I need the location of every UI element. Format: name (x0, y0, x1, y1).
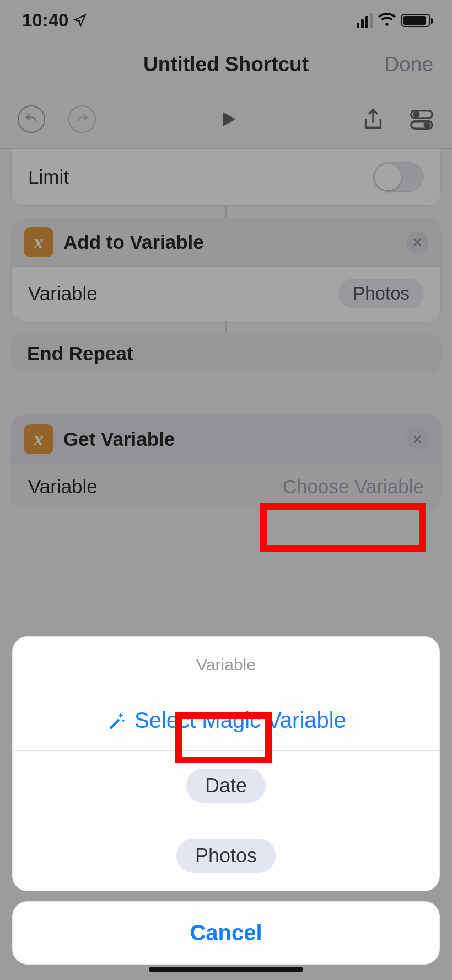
variable-picker-sheet: Variable Select Magic Variable Date Phot… (12, 636, 440, 965)
option-pill: Photos (176, 839, 276, 873)
option-pill: Date (186, 769, 266, 803)
sheet-title: Variable (13, 637, 439, 690)
magic-variable-label: Select Magic Variable (134, 708, 346, 733)
variable-option-date[interactable]: Date (13, 751, 439, 821)
cancel-button[interactable]: Cancel (12, 901, 440, 965)
select-magic-variable-button[interactable]: Select Magic Variable (13, 690, 439, 751)
variable-option-photos[interactable]: Photos (13, 821, 439, 891)
